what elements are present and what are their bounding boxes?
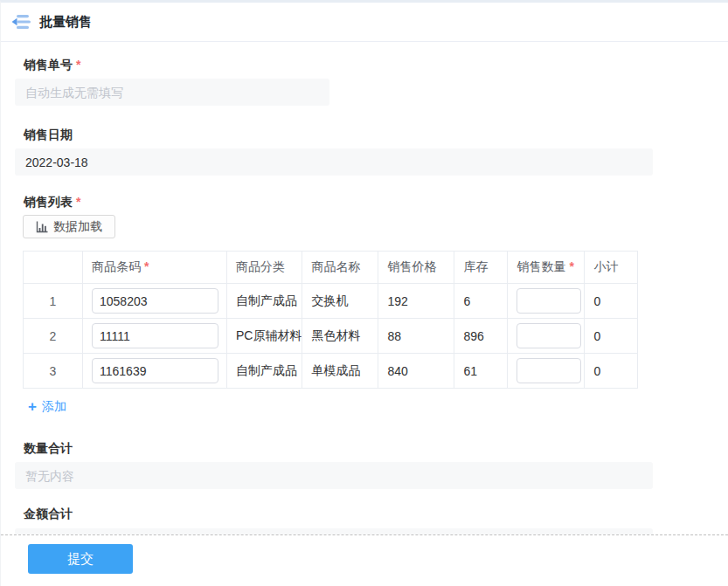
col-quantity: 销售数量* (508, 252, 585, 284)
amount-total-label: 金额合计 (24, 507, 714, 521)
quantity-input[interactable] (517, 323, 581, 348)
sale-list-table: 商品条码* 商品分类 商品名称 销售价格 库存 销售数量* 小计 1 自制产成品… (23, 251, 638, 389)
col-price: 销售价格 (378, 252, 454, 284)
stock-cell: 61 (454, 354, 508, 389)
col-category: 商品分类 (227, 252, 302, 284)
required-mark: * (569, 259, 573, 273)
bar-chart-icon (36, 221, 48, 233)
table-header-row: 商品条码* 商品分类 商品名称 销售价格 库存 销售数量* 小计 (24, 252, 638, 284)
barcode-input[interactable] (92, 323, 218, 348)
plus-icon: + (28, 401, 37, 413)
page-title: 批量销售 (39, 14, 92, 31)
required-mark: * (144, 259, 149, 273)
col-stock: 库存 (454, 252, 508, 284)
quantity-total-label: 数量合计 (24, 441, 714, 455)
data-load-button[interactable]: 数据加载 (23, 215, 115, 238)
row-index: 3 (24, 354, 83, 389)
order-no-label: 销售单号* (24, 58, 714, 72)
footer-bar: 提交 (1, 534, 728, 586)
name-cell: 单模成品 (302, 354, 378, 389)
name-cell: 黑色材料 (302, 319, 378, 354)
quantity-total-input[interactable] (15, 462, 653, 489)
name-cell: 交换机 (302, 284, 378, 319)
barcode-input[interactable] (92, 288, 218, 314)
amount-total-input[interactable] (15, 528, 653, 534)
price-cell: 840 (378, 354, 454, 389)
stock-cell: 6 (454, 284, 508, 319)
sale-list-label: 销售列表* (24, 195, 714, 209)
data-load-label: 数据加载 (53, 219, 102, 235)
sale-date-input[interactable] (15, 148, 653, 176)
quantity-input[interactable] (517, 288, 581, 314)
table-row: 1 自制产成品 交换机 192 6 0 (24, 284, 638, 319)
required-mark: * (76, 58, 80, 72)
category-cell: PC原辅材料 (227, 319, 302, 354)
category-cell: 自制产成品 (227, 284, 302, 319)
price-cell: 192 (378, 284, 454, 319)
subtotal-cell: 0 (585, 354, 638, 389)
col-barcode: 商品条码* (83, 252, 227, 284)
back-to-list-icon[interactable] (11, 14, 31, 30)
barcode-input[interactable] (92, 358, 218, 383)
submit-button[interactable]: 提交 (28, 544, 133, 574)
sale-date-label: 销售日期 (24, 128, 714, 141)
table-row: 2 PC原辅材料 黑色材料 88 896 0 (24, 319, 638, 354)
col-subtotal: 小计 (585, 252, 638, 284)
category-cell: 自制产成品 (227, 354, 302, 389)
row-index: 1 (24, 284, 83, 319)
row-index: 2 (24, 319, 83, 354)
table-row: 3 自制产成品 单模成品 840 61 0 (24, 354, 638, 389)
order-no-input[interactable] (15, 79, 329, 106)
subtotal-cell: 0 (585, 284, 638, 319)
col-index (24, 252, 83, 284)
form-area: 销售单号* 销售日期 销售列表* 数据加载 商品条码* 商品分类 商品名称 销售… (1, 42, 728, 534)
subtotal-cell: 0 (585, 319, 638, 354)
add-row-button[interactable]: + 添加 (28, 399, 66, 415)
col-name: 商品名称 (302, 252, 378, 284)
quantity-input[interactable] (517, 358, 581, 383)
page-header: 批量销售 (1, 3, 728, 42)
add-row-label: 添加 (42, 399, 66, 415)
required-mark: * (76, 195, 80, 209)
price-cell: 88 (378, 319, 454, 354)
stock-cell: 896 (454, 319, 508, 354)
